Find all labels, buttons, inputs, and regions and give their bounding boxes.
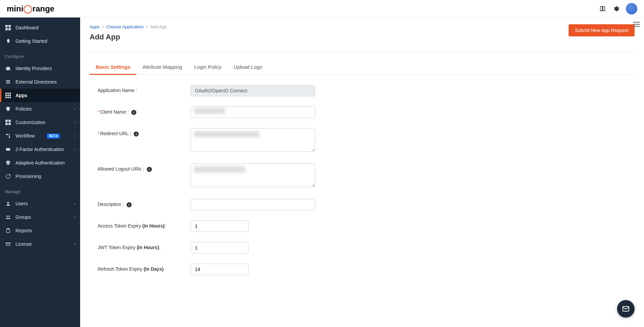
info-icon[interactable]: i [127,202,132,207]
brand-logo[interactable]: mini◯range [7,4,55,13]
tab-basic-settings[interactable]: Basic Settings [90,60,136,75]
chevron-right-icon: › [74,215,75,219]
description-input[interactable] [191,199,315,210]
label-access-token-expiry: Access Token Expiry (In Hours): [90,220,191,229]
label-application-name: Application Name : [90,85,191,93]
sidebar-item-getting-started[interactable]: Getting Started [0,34,80,48]
rocket-icon [5,38,11,44]
svg-rect-0 [5,25,8,27]
label-refresh-token-expiry: Refresh Token Expiry (In Days) [90,264,191,272]
svg-rect-17 [9,97,11,98]
sidebar-item-apps[interactable]: Apps [0,89,80,102]
svg-rect-8 [6,83,10,84]
breadcrumb: Apps / Choose Application / Add App [90,24,167,29]
collapse-panel-icon[interactable] [633,22,640,27]
contact-fab[interactable] [617,300,635,318]
jwt-token-expiry-input[interactable] [191,242,248,254]
sidebar-section-configure: Configure [0,48,80,62]
beta-badge: BETA [47,133,60,139]
sidebar-item-label: External Directories [15,79,57,85]
info-icon[interactable]: i [147,167,152,172]
apps-grid-icon [5,92,11,99]
chevron-right-icon: › [74,133,75,138]
sidebar-item-adaptive-auth[interactable]: Adaptive Authentication [0,156,80,170]
gear-icon[interactable] [612,5,620,12]
svg-rect-22 [6,134,7,135]
group-icon [5,214,11,220]
docs-icon[interactable] [599,5,606,12]
tabs: Basic Settings Attribute Mapping Login P… [90,60,635,75]
sidebar-item-label: Customization [15,120,45,125]
sidebar-item-reports[interactable]: Reports [0,224,80,237]
svg-rect-6 [6,80,10,81]
svg-rect-30 [6,243,10,245]
tab-login-policy[interactable]: Login Policy [188,60,228,75]
label-redirect-url: *Redirect-URL : i [90,128,191,137]
sidebar-item-label: Workflow [15,133,35,139]
tab-upload-logo[interactable]: Upload Logo [228,60,268,75]
chevron-right-icon: › [74,147,75,152]
redirect-url-input[interactable] [191,128,315,152]
svg-rect-1 [8,25,11,27]
sidebar-item-policies[interactable]: Policies › [0,102,80,116]
svg-rect-16 [7,97,9,98]
sidebar-item-license[interactable]: License › [0,237,80,251]
chevron-right-icon: › [74,242,75,246]
breadcrumb-sep: / [146,24,148,29]
svg-rect-2 [5,28,8,30]
svg-rect-5 [7,67,9,67]
workflow-icon [5,132,11,139]
mail-icon [622,305,630,313]
label-logout-urls: Allowed Logout URls : i [90,164,191,172]
sidebar-item-identity-providers[interactable]: Identity Providers [0,62,80,75]
sidebar-item-2fa[interactable]: 2-Factor Authentication › [0,143,80,156]
label-client-name: *Client Name : i [90,107,191,115]
topbar-right [599,3,637,14]
svg-rect-14 [9,95,11,96]
chevron-right-icon: › [74,120,75,125]
sync-icon [5,173,11,180]
sidebar-item-dashboard[interactable]: Dashboard [0,21,80,34]
info-icon[interactable]: i [131,110,136,115]
breadcrumb-apps[interactable]: Apps [90,24,100,29]
access-token-expiry-input[interactable] [191,220,248,232]
application-name-input [191,85,315,96]
sidebar-item-workflow[interactable]: Workflow BETA › [0,129,80,143]
sidebar-item-users[interactable]: Users › [0,197,80,210]
briefcase-icon [5,65,11,72]
svg-rect-3 [8,28,11,30]
chevron-right-icon: › [74,201,75,206]
info-icon[interactable]: i [134,131,139,137]
tab-attribute-mapping[interactable]: Attribute Mapping [136,60,188,75]
svg-rect-12 [5,95,7,96]
sidebar-item-label: 2-Factor Authentication [15,147,64,152]
sidebar-item-label: Dashboard [15,25,39,30]
sidebar-item-provisioning[interactable]: Provisioning [0,170,80,183]
avatar[interactable] [626,3,637,14]
topbar: mini◯range [0,0,644,18]
clipboard-icon [5,227,11,234]
sidebar-item-groups[interactable]: Groups › [0,210,80,224]
sidebar-item-label: Users [15,201,28,206]
logout-urls-input[interactable] [191,164,315,187]
sidebar-item-label: Policies [15,106,32,112]
label-description: Description : i [90,199,191,207]
sidebar-section-manage: Manage [0,183,80,197]
svg-rect-18 [5,120,8,122]
client-name-input[interactable] [191,107,315,118]
svg-rect-4 [6,67,10,70]
sidebar-item-customization[interactable]: Customization › [0,116,80,129]
sidebar-item-label: Adaptive Authentication [15,160,65,166]
svg-rect-15 [5,97,7,98]
svg-rect-20 [5,123,8,125]
breadcrumb-current: Add App [150,24,167,29]
list-icon [5,79,11,85]
page-title: Add App [90,33,167,41]
shield-check-icon [5,159,11,166]
sidebar-item-external-directories[interactable]: External Directories [0,75,80,89]
refresh-token-expiry-input[interactable] [191,264,248,275]
svg-point-26 [6,215,8,217]
submit-new-app-request-button[interactable]: Submit New App Request [569,24,635,36]
main-content: Apps / Choose Application / Add App Add … [80,18,644,327]
breadcrumb-choose-application[interactable]: Choose Application [106,24,143,29]
